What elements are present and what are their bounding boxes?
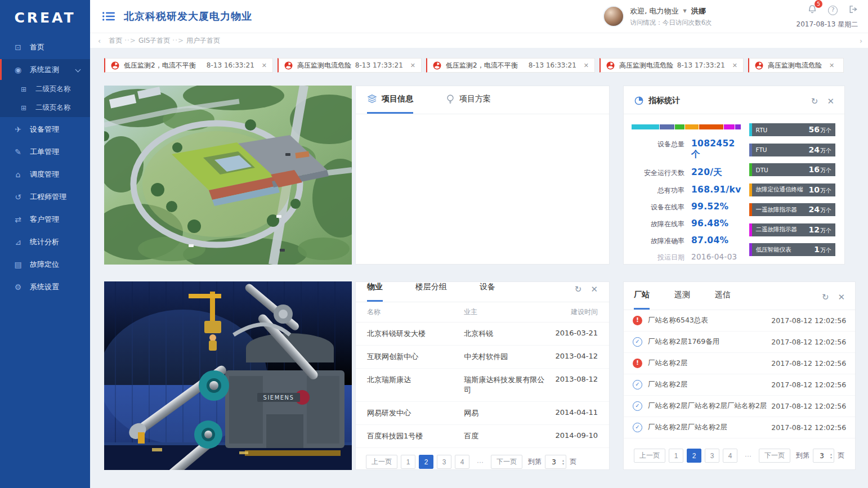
sidebar-item[interactable]: ⊞ 二级页名称 xyxy=(0,99,90,117)
tab-property[interactable]: 物业 xyxy=(367,282,383,302)
station-row[interactable]: 厂站名称2层 2017-08-12 12:02:56 xyxy=(624,353,855,374)
logout-icon[interactable] xyxy=(848,5,858,16)
page-button-3[interactable]: 3 xyxy=(437,455,451,469)
station-name: 厂站名称2层 xyxy=(648,380,687,389)
header: 北京科税研发大厦电力物业 欢迎, 电力物业 ▼ 洪娜 访问情况：今日访问次数6次 xyxy=(90,0,868,33)
next-page-button[interactable]: 下一页 xyxy=(759,449,790,463)
alert-time: 8-13 16:33:21 xyxy=(529,61,576,69)
next-page-button[interactable]: 下一页 xyxy=(491,455,522,469)
table-row[interactable]: 百度科技园1号楼 百度 2014-09-10 xyxy=(356,425,609,448)
refresh-icon[interactable]: ↻ xyxy=(822,293,829,302)
alert-pill[interactable]: 低压监测2，电流不平衡 8-13 16:33:21 ✕ xyxy=(426,58,595,73)
station-pagination: 上一页 1 2 3 4 ··· 下一页 到第 3 ▴▾ xyxy=(624,442,855,469)
goto-page-input[interactable]: 3 ▴▾ xyxy=(545,455,566,469)
table-body: 北京科锐研发大楼 北京科锐 2016-03-21 互联网创新中心 中关村软件园 … xyxy=(356,323,609,448)
station-time: 2017-08-12 12:02:56 xyxy=(767,338,846,346)
page-button-4[interactable]: 4 xyxy=(723,449,737,463)
close-icon[interactable]: ✕ xyxy=(262,62,267,69)
notification-bell-icon[interactable]: 5 xyxy=(807,4,818,17)
app-logo: CREAT xyxy=(0,0,90,35)
station-row[interactable]: 厂站名称2层厂站名称2层厂站名称2层 2017-08-12 12:02:56 xyxy=(624,396,855,417)
tab-device[interactable]: 设备 xyxy=(480,282,495,302)
breadcrumb: ‹ 首页 ··> GIS子首页 ··> 用户子首页 › xyxy=(90,33,868,48)
avatar[interactable] xyxy=(603,6,624,27)
lightbulb-icon xyxy=(446,94,455,104)
stepper-arrows-icon[interactable]: ▴▾ xyxy=(830,453,834,459)
breadcrumb-item-home[interactable]: 首页 xyxy=(109,36,122,46)
page-ellipsis[interactable]: ··· xyxy=(741,449,755,463)
page-ellipsis[interactable]: ··· xyxy=(473,455,487,469)
sidebar-item[interactable]: ⊡ 首页 xyxy=(0,37,90,57)
breadcrumb-separator: ··> xyxy=(124,37,136,44)
device-label: 低压智能仪表 xyxy=(756,246,791,254)
sidebar-item[interactable]: ⇄ 客户管理 xyxy=(0,209,90,230)
sidebar-item[interactable]: ✎ 工单管理 xyxy=(0,141,90,162)
page-button-4[interactable]: 4 xyxy=(455,455,469,469)
sidebar-item[interactable]: ↺ 工程师管理 xyxy=(0,186,90,207)
sidebar-item[interactable]: ⊞ 二级页名称 xyxy=(0,80,90,99)
refresh-icon[interactable]: ↻ xyxy=(811,97,818,106)
close-icon[interactable]: ✕ xyxy=(838,293,845,302)
close-icon[interactable]: ✕ xyxy=(732,62,737,69)
station-row[interactable]: 厂站名称2层 2017-08-12 12:02:56 xyxy=(624,374,855,396)
tab-telemetry[interactable]: 遥测 xyxy=(674,290,690,310)
user-dropdown-caret-icon[interactable]: ▼ xyxy=(683,8,686,14)
page-button-2[interactable]: 2 xyxy=(687,449,701,463)
breadcrumb-forward-icon[interactable]: › xyxy=(860,37,862,45)
home-icon: ⌂ xyxy=(12,170,24,179)
bar-segment xyxy=(675,124,684,129)
paper-plane-icon: ✈ xyxy=(12,125,24,134)
page-button-1[interactable]: 1 xyxy=(401,455,415,469)
metric-row: 总有功率 168.91/kv xyxy=(632,185,741,195)
station-row[interactable]: 厂站名称2层1769备用 2017-08-12 12:02:56 xyxy=(624,332,855,353)
metric-row: 故障准确率 87.04% xyxy=(632,235,741,246)
stepper-arrows-icon[interactable]: ▴▾ xyxy=(562,459,566,465)
alert-pill[interactable]: 高压监测电流危险 ✕ xyxy=(748,58,844,73)
close-icon[interactable]: ✕ xyxy=(829,62,834,69)
tab-telesignal[interactable]: 遥信 xyxy=(715,290,731,310)
table-row[interactable]: 北京科锐研发大楼 北京科锐 2016-03-21 xyxy=(356,323,609,346)
close-icon[interactable]: ✕ xyxy=(410,62,415,69)
tab-station[interactable]: 厂站 xyxy=(634,290,650,310)
table-row[interactable]: 网易研发中心 网易 2014-04-11 xyxy=(356,402,609,425)
alert-text: 低压监测2，电流不平衡 xyxy=(446,61,518,70)
breadcrumb-back-icon[interactable]: ‹ xyxy=(98,37,101,45)
station-row[interactable]: 厂站名称2层厂站名称2层 2017-08-12 12:02:56 xyxy=(624,417,855,438)
prev-page-button[interactable]: 上一页 xyxy=(634,449,665,463)
sidebar-item[interactable]: ⊿ 统计分析 xyxy=(0,231,90,252)
sidebar-item[interactable]: ⚙ 系统设置 xyxy=(0,276,90,297)
table-row[interactable]: 互联网创新中心 中关村软件园 2013-04-12 xyxy=(356,346,609,369)
prev-page-button[interactable]: 上一页 xyxy=(366,455,397,469)
breadcrumb-item-gis[interactable]: GIS子首页 xyxy=(138,36,170,46)
sidebar-item[interactable]: ⌂ 调度管理 xyxy=(0,164,90,185)
goto-page-input[interactable]: 3 ▴▾ xyxy=(813,449,834,463)
bar-segment xyxy=(699,124,723,129)
indicator-stats-panel: 指标统计 ↻ ✕ 设备总量 xyxy=(623,86,845,265)
help-icon[interactable]: ? xyxy=(828,6,838,15)
tab-project-plan[interactable]: 项目方案 xyxy=(446,94,491,114)
close-icon[interactable]: ✕ xyxy=(584,62,589,69)
alert-pill[interactable]: 高压监测电流危险 8-13 17:33:21 ✕ xyxy=(278,58,422,73)
station-row[interactable]: 厂站名称6543总表 2017-08-12 12:02:56 xyxy=(624,310,855,332)
alert-pill[interactable]: 低压监测2，电流不平衡 8-13 16:33:21 ✕ xyxy=(104,58,273,73)
system-monitor-icon: ◉ xyxy=(12,65,24,74)
close-icon[interactable]: ✕ xyxy=(590,285,598,294)
page-button-2[interactable]: 2 xyxy=(419,455,433,469)
refresh-icon[interactable]: ↻ xyxy=(575,285,582,294)
tab-floor-group[interactable]: 楼层分组 xyxy=(415,282,447,302)
table-row[interactable]: 北京瑞斯康达 瑞斯康达科技发展有限公司 2013-08-12 xyxy=(356,369,609,402)
page-button-3[interactable]: 3 xyxy=(705,449,719,463)
tab-project-info[interactable]: 项目信息 xyxy=(367,94,413,114)
alert-pill[interactable]: 高压监测电流危险 8-13 17:33:21 ✕ xyxy=(599,58,744,73)
sidebar-item[interactable]: ▤ 故障定位 xyxy=(0,254,90,275)
close-icon[interactable]: ✕ xyxy=(827,97,834,106)
device-label: 故障定位通信终端 xyxy=(756,186,803,194)
sidebar-item[interactable]: ✈ 设备管理 xyxy=(0,119,90,140)
page-button-1[interactable]: 1 xyxy=(669,449,683,463)
station-list: 厂站名称6543总表 2017-08-12 12:02:56 厂站名称2层176… xyxy=(624,310,855,438)
alert-time: 8-13 17:33:21 xyxy=(677,61,725,69)
sidebar-item[interactable]: ◉ 系统监测 xyxy=(0,59,90,80)
menu-toggle-icon[interactable] xyxy=(102,12,115,21)
sidebar-item-label: 工程师管理 xyxy=(30,192,66,202)
breadcrumb-item-user[interactable]: 用户子首页 xyxy=(186,36,220,46)
